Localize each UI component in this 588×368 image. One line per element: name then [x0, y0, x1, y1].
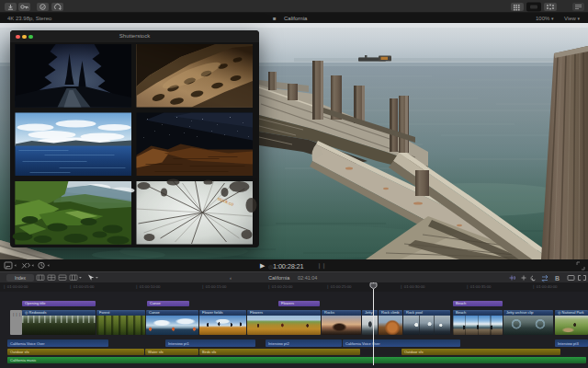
- svg-text:B: B: [555, 275, 560, 282]
